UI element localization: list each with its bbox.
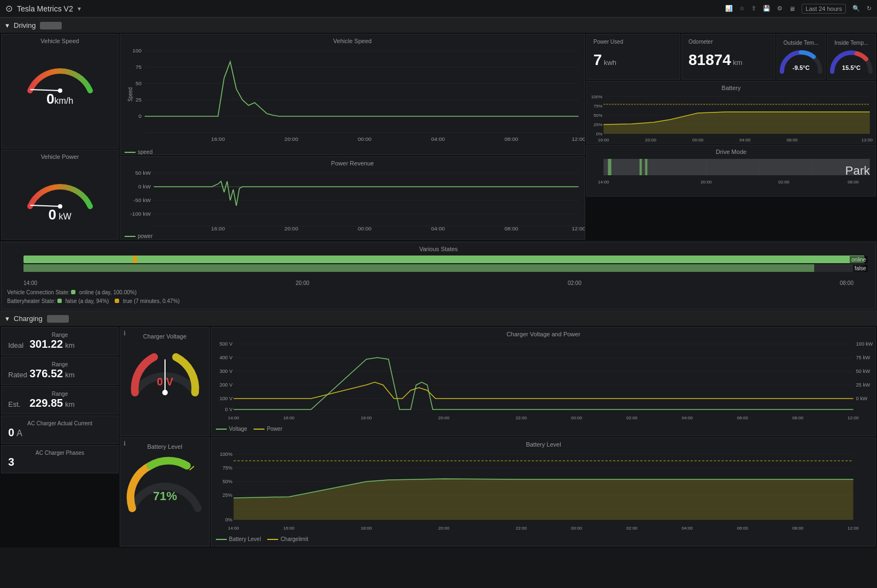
power-chart-title: Power Revenue [120,157,585,168]
svg-text:04:00: 04:00 [682,526,693,531]
svg-text:00:00: 00:00 [358,226,372,230]
power-legend-item: power [125,233,152,239]
svg-text:02:00: 02:00 [626,526,638,531]
svg-text:500 V: 500 V [220,341,233,347]
topnav-right: 📊 ☆ ⇧ 💾 ⚙ 🖥 Last 24 hours 🔍 ↻ [725,4,872,14]
states-x2: 20:00 [296,280,309,286]
states-legend: Vehicle Connection State: online (a day,… [7,288,870,306]
charging-grid: Range Ideal 301.22 km Range Rated 376.52… [0,326,877,548]
est-range-panel: Range Est. 229.85 km [1,386,119,414]
driving-label: Driving [14,21,36,29]
svg-text:12:00: 12:00 [862,138,873,142]
settings-icon[interactable]: ⚙ [777,5,782,12]
battery-level-chart-svg: 100% 75% 50% 25% 0% 14:00 16:00 18:00 20… [211,449,875,533]
svg-text:-9.5°C: -9.5°C [792,64,809,71]
rated-range-type: Range [8,361,111,367]
charger-voltage-gauge-panel: ℹ Charger Voltage 0 V [120,327,210,436]
ideal-range-label: Ideal [8,341,27,349]
rated-range-value: 376.52 [30,367,63,380]
speed-chart-title: Vehicle Speed [120,34,585,45]
various-states-title: Various States [7,246,870,254]
states-xaxis: 14:00 20:00 02:00 08:00 [7,279,870,286]
battery-chart-panel: Battery 100% 75% 50% 25% 0% [586,81,876,144]
online-dot [71,290,75,294]
display-icon[interactable]: 🖥 [789,5,795,12]
svg-rect-60 [639,159,641,175]
speed-gauge-svg [22,50,98,96]
svg-text:16:00: 16:00 [284,526,295,531]
svg-text:02:00: 02:00 [626,415,638,420]
states-x1: 14:00 [23,280,37,286]
refresh-icon[interactable]: ↻ [867,5,872,12]
share-icon[interactable]: ⇧ [751,5,756,12]
chargelimit-legend-line [267,539,278,540]
inside-temp-title: Inside Temp... [834,37,868,47]
battery-level-info-icon[interactable]: ℹ [123,440,126,447]
voltage-legend-line [216,429,227,430]
charging-label: Charging [14,314,43,323]
svg-text:20:00: 20:00 [645,138,657,142]
est-range-value: 229.85 [30,397,63,409]
outside-temp-svg: -9.5°C [776,47,826,77]
battery-level-chart-title: Battery Level [211,438,875,449]
svg-text:12:00: 12:00 [847,526,859,531]
ac-current-label: AC Charger Actual Current [8,420,111,426]
svg-text:04:00: 04:00 [682,415,693,420]
barchart-icon[interactable]: 📊 [725,5,733,12]
states-false-label: false [853,264,868,272]
charger-voltage-gauge-title: Charger Voltage [143,330,187,341]
false-bar [23,264,814,272]
svg-text:15.5°C: 15.5°C [842,64,861,71]
charger-voltage-info-icon[interactable]: ℹ [123,330,126,337]
vehicle-speed-gauge-panel: Vehicle Speed [1,34,119,149]
svg-text:100: 100 [132,48,142,54]
svg-text:100%: 100% [591,94,603,99]
svg-text:16:00: 16:00 [284,415,295,420]
svg-text:16:00: 16:00 [211,136,225,142]
ideal-range-type: Range [8,332,111,338]
svg-text:200 V: 200 V [220,382,233,388]
title-dropdown-icon[interactable]: ▾ [78,5,81,13]
svg-text:12:00: 12:00 [847,415,859,420]
svg-text:20:00: 20:00 [701,180,712,185]
inside-temp-svg: 15.5°C [827,47,876,77]
svg-marker-115 [234,479,854,520]
drive-mode-title: Drive Mode [587,145,875,156]
inside-temp-panel: Inside Temp... 15.5°C [827,34,876,80]
svg-text:25%: 25% [222,492,232,498]
true-dot [115,299,119,303]
gauge-col: Vehicle Speed [1,34,119,240]
svg-text:25%: 25% [593,122,602,127]
vehicle-power-gauge: 0 kW [2,161,118,228]
speed-chart-svg: 100 75 50 25 0 Speed 16:00 20:00 00:00 0… [120,45,585,146]
speed-legend-item: speed [125,149,152,155]
svg-text:20:00: 20:00 [438,415,450,420]
svg-text:04:00: 04:00 [739,138,751,142]
svg-text:20:00: 20:00 [285,136,298,142]
battery-level-gauge-svg: 71% [124,451,206,516]
driving-collapse-icon[interactable]: ▾ [5,21,9,29]
rated-range-panel: Range Rated 376.52 km [1,357,119,385]
time-range[interactable]: Last 24 hours [802,4,846,14]
search-icon[interactable]: 🔍 [852,5,860,12]
svg-rect-58 [603,159,869,175]
states-x3: 02:00 [568,280,581,286]
svg-text:100 kW: 100 kW [856,341,873,347]
svg-text:14:00: 14:00 [228,526,239,531]
svg-text:16:00: 16:00 [211,226,225,230]
charger-voltage-chart-legend: Voltage Power [211,425,875,434]
battery-level-gauge-title: Battery Level [147,440,182,451]
drive-mode-panel: Drive Mode 14:00 20:00 02:00 08:00 Park [586,145,876,197]
svg-text:18:00: 18:00 [361,526,372,531]
svg-text:0%: 0% [596,132,603,136]
power-legend-label2: Power [267,426,282,432]
svg-text:22:00: 22:00 [516,415,527,420]
rated-range-row: Rated 376.52 km [8,367,111,380]
svg-text:50%: 50% [593,113,602,118]
charging-collapse-icon[interactable]: ▾ [5,314,9,323]
svg-text:50 kW: 50 kW [135,170,150,176]
power-used-label: Power Used [593,39,673,45]
charging-badge [47,315,69,323]
save-icon[interactable]: 💾 [763,5,770,12]
star-icon[interactable]: ☆ [739,5,745,12]
